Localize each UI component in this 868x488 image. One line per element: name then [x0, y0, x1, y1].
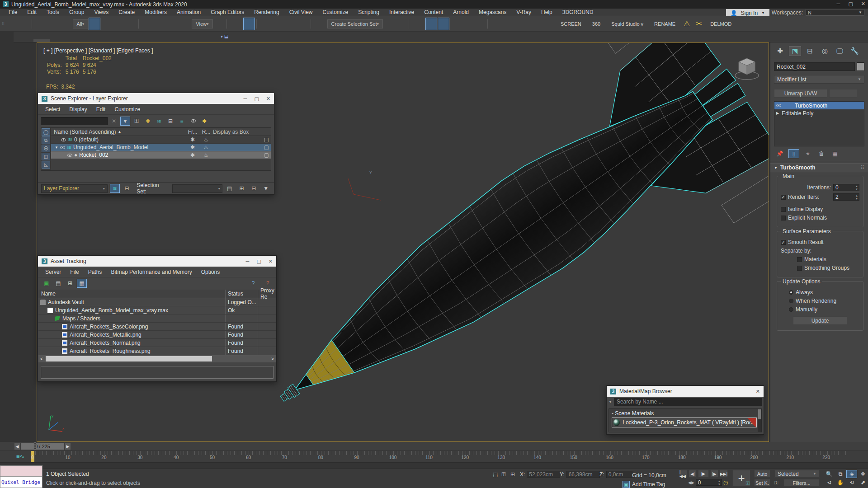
listener-macro-line[interactable]	[0, 466, 42, 477]
smoothing-groups-checkbox[interactable]	[797, 266, 802, 271]
render-cell[interactable]: ♨	[199, 152, 213, 158]
menu-item[interactable]: Server	[41, 269, 66, 275]
tab-create[interactable]: ✚	[774, 46, 786, 56]
smooth-result-checkbox[interactable]: ✓	[781, 240, 786, 245]
asset-row[interactable]: Aircraft_Rockets_Metallic.png Found	[38, 331, 276, 339]
maximize-button[interactable]: ▢	[254, 96, 259, 102]
tab-motion[interactable]: ◎	[819, 46, 831, 56]
toolbar-button[interactable]	[138, 19, 142, 29]
scissors-icon[interactable]: ✂	[693, 18, 705, 30]
sign-in-button[interactable]: 👤 Sign In ▼	[726, 9, 769, 17]
toolbar-button[interactable]	[273, 18, 285, 30]
select-filter-icon[interactable]: ▼	[261, 184, 271, 193]
toolbar-button[interactable]	[396, 18, 407, 30]
scrollbar-thumb[interactable]	[46, 356, 212, 361]
left-toolbar-icon[interactable]	[0, 270, 14, 284]
toolbar-button[interactable]	[32, 19, 35, 29]
key-step-icons[interactable]: ◀▶	[688, 480, 694, 485]
menu-item[interactable]: Rendering	[249, 9, 284, 15]
toolbar-button[interactable]	[462, 18, 474, 30]
toolbar-button[interactable]	[528, 18, 540, 30]
toolbar-button[interactable]	[425, 18, 437, 30]
search-input[interactable]	[41, 117, 108, 125]
freeze-icon[interactable]: ✱	[199, 117, 209, 126]
help-icon[interactable]: ?	[248, 279, 258, 288]
left-toolbar-icon[interactable]	[0, 32, 14, 46]
toolbar-button[interactable]	[61, 18, 72, 30]
layer-mode-icon[interactable]: ≋	[110, 184, 120, 193]
menu-item[interactable]: Graph Editors	[206, 9, 249, 15]
toolbar-button[interactable]: View	[192, 19, 212, 28]
left-toolbar-icon[interactable]	[0, 382, 14, 396]
custom-toolbar-button[interactable]: 360	[587, 18, 605, 30]
table-row[interactable]: ● Rocket_002 ✱ ♨ ▢	[51, 151, 271, 159]
tab-display[interactable]: 🖵	[834, 46, 846, 56]
selection-set-dropdown[interactable]: ▾	[172, 184, 222, 193]
close-button[interactable]: ✕	[266, 96, 270, 102]
turbosmooth-rollout-header[interactable]: ▼ TurboSmooth ⠿	[770, 163, 868, 172]
menu-item[interactable]: Edit	[22, 9, 42, 15]
menu-item[interactable]: Customize	[110, 106, 145, 113]
toolbar-button[interactable]	[492, 18, 504, 30]
render-iters-spinner[interactable]: 2	[833, 193, 859, 201]
explicit-normals-checkbox[interactable]	[781, 216, 786, 221]
zoom-extents-all-icon[interactable]: ❖	[858, 470, 868, 478]
toolbar-button[interactable]	[213, 18, 225, 30]
eye-icon[interactable]	[60, 146, 65, 149]
left-toolbar-icon[interactable]	[0, 130, 14, 144]
menu-item[interactable]: Select	[41, 106, 65, 113]
table-header[interactable]: Name (Sorted Ascending) ▲ Fr... R... Dis…	[51, 128, 271, 136]
toolbar-button[interactable]	[179, 18, 191, 30]
zoom-icon[interactable]: 🔍	[824, 470, 835, 478]
eye-toggle-icon[interactable]	[188, 117, 198, 126]
asset-row[interactable]: Aircraft_Rockets_BaseColor.png Found	[38, 323, 276, 331]
ribbon-tab[interactable]	[52, 39, 68, 42]
zoom-extents-icon[interactable]: ◈	[846, 470, 857, 478]
set-key-button[interactable]: Set K.	[754, 479, 770, 487]
toolbar-button[interactable]	[226, 19, 230, 29]
filters-button[interactable]: Filters...	[783, 479, 820, 487]
details-view-icon[interactable]: ⊞	[65, 279, 75, 288]
context-help-icon[interactable]: ?	[263, 279, 273, 288]
custom-toolbar-button[interactable]: RENAME	[649, 18, 680, 30]
menu-item[interactable]: Megascans	[474, 9, 511, 15]
left-toolbar-icon[interactable]	[0, 88, 14, 102]
left-toolbar-icon[interactable]	[0, 312, 14, 326]
menu-item[interactable]: File	[4, 9, 22, 15]
menu-item[interactable]: Display	[65, 106, 91, 113]
nested-layers-icon[interactable]: ≡	[177, 117, 187, 126]
toolbar-button[interactable]	[413, 18, 425, 30]
modifier-editable-poly[interactable]: ▶ Editable Poly	[774, 109, 864, 117]
menu-item[interactable]: Content	[419, 9, 448, 15]
display-none-icon[interactable]: ◯	[42, 128, 50, 136]
asset-row[interactable]: Maps / Shaders	[38, 314, 276, 323]
add-time-tag[interactable]: ▣ Add Time Tag	[623, 481, 665, 488]
toolbar-button[interactable]	[256, 19, 259, 29]
toolbar-button[interactable]	[285, 18, 297, 30]
left-toolbar-icon[interactable]	[0, 60, 14, 74]
display-helper-icon[interactable]: ◺	[42, 161, 50, 169]
toolbar-button[interactable]	[36, 18, 48, 30]
track-bar[interactable]: ≡∿ 0 10203040506070809010011012013014015…	[0, 451, 868, 463]
tab-modify[interactable]: ⬔	[789, 46, 801, 56]
freeze-cell[interactable]: ✱	[186, 152, 199, 158]
material-browser-titlebar[interactable]: 3 Material/Map Browser ✕	[607, 386, 764, 397]
key-filter-icon[interactable]: ⚿	[774, 480, 778, 486]
close-button[interactable]: ✕	[756, 389, 760, 394]
tab-hierarchy[interactable]: ⊟	[804, 46, 816, 56]
horizontal-scrollbar[interactable]: < >	[38, 355, 276, 362]
play-button[interactable]: ▶	[698, 470, 709, 478]
menu-item[interactable]: Paths	[84, 269, 107, 275]
subtract-set-icon[interactable]: ⊟	[249, 184, 259, 193]
menu-item[interactable]: Help	[536, 9, 557, 15]
toolbar-button[interactable]	[231, 18, 243, 30]
left-toolbar-icon[interactable]	[0, 102, 14, 116]
render-cell[interactable]: ♨	[199, 144, 213, 150]
minimize-button[interactable]: ─	[246, 258, 250, 264]
left-toolbar-icon[interactable]	[0, 228, 14, 242]
mini-curve-editor-icon[interactable]: ≡∿	[16, 452, 28, 461]
toolbar-button[interactable]: All	[73, 19, 89, 28]
left-toolbar-icon[interactable]	[0, 368, 14, 382]
menu-item[interactable]: V-Ray	[511, 9, 536, 15]
previous-frame-button[interactable]: ◀	[14, 443, 20, 450]
